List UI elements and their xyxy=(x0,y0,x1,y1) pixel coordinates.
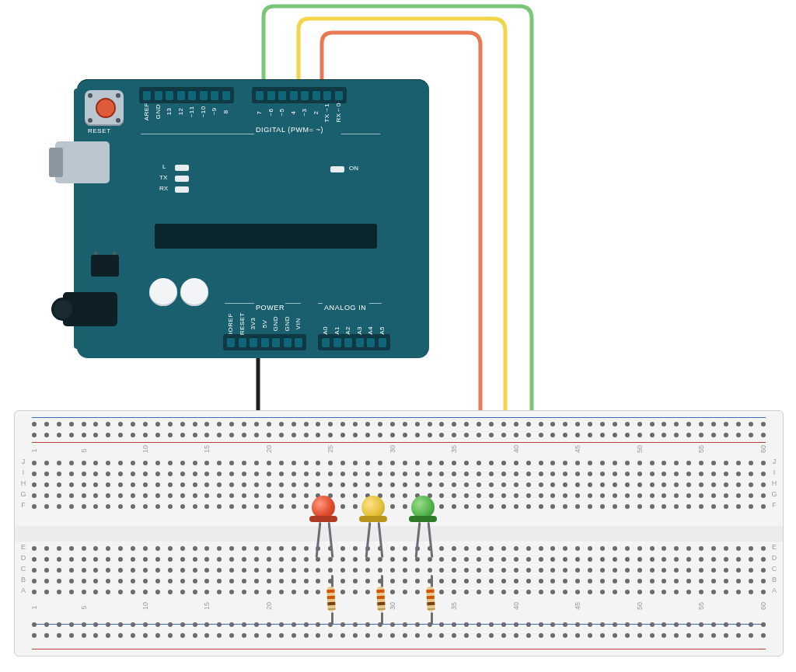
led-tx xyxy=(175,176,189,182)
resistor-2 xyxy=(376,587,386,611)
power-section-label: POWER xyxy=(256,304,285,312)
led-rx xyxy=(175,186,189,193)
led-on xyxy=(330,166,344,172)
led-green xyxy=(411,496,435,519)
reset-button[interactable] xyxy=(85,90,124,126)
breadboard: JIHGFEDCBA JIHGFEDCBA 151015202530354045… xyxy=(14,410,784,656)
led-rx-label: RX xyxy=(159,185,168,192)
row-letters-left: JIHGFEDCBA xyxy=(18,411,29,656)
digital-header-left xyxy=(139,87,234,103)
analog-pins-labels: A0A1A2A3A4A5 xyxy=(322,326,386,335)
resistor-3 xyxy=(426,587,435,611)
resistor-1 xyxy=(326,587,336,611)
led-tx-label: TX xyxy=(159,174,167,181)
digital-header-right xyxy=(252,87,347,103)
voltage-regulator-ic xyxy=(91,255,119,277)
analog-section-label: ANALOG IN xyxy=(324,304,366,312)
led-yellow xyxy=(361,496,385,519)
dc-barrel-jack xyxy=(63,292,117,326)
led-l xyxy=(175,165,189,171)
circuit-diagram: RESET AREFGND1312~11~10~98 7~6~54~32TX→1… xyxy=(0,0,796,672)
atmega-chip xyxy=(155,224,377,249)
led-on-label: ON xyxy=(349,165,358,172)
arduino-uno-board: RESET AREFGND1312~11~10~98 7~6~54~32TX→1… xyxy=(77,79,429,358)
digital-pins-left-labels: AREFGND1312~11~10~98 xyxy=(143,103,230,120)
power-pins-labels: IOREFRESET3V35VGNDGNDVIN xyxy=(227,312,302,335)
led-red xyxy=(312,496,335,519)
reset-label: RESET xyxy=(88,127,111,134)
analog-header xyxy=(318,334,390,350)
digital-section-label: DIGITAL (PWM= ~) xyxy=(256,126,323,134)
row-letters-right: JIHGFEDCBA xyxy=(769,411,780,656)
usb-port xyxy=(55,141,110,183)
power-header xyxy=(223,334,306,350)
capacitor-pair xyxy=(149,278,208,306)
led-l-label: L xyxy=(162,163,166,170)
digital-pins-right-labels: 7~6~54~32TX→1RX←0 xyxy=(256,103,343,123)
